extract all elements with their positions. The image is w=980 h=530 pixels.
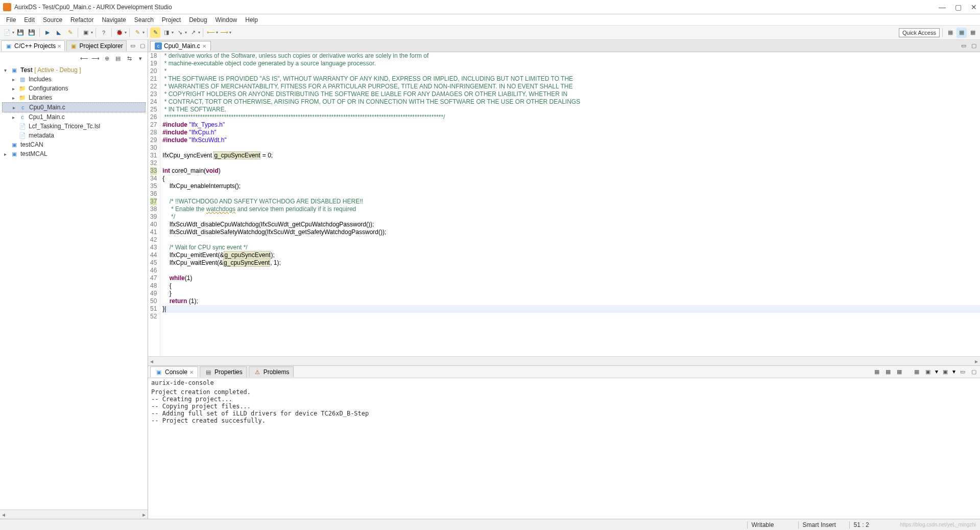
next-annotation-icon[interactable]: ↘ [175,28,185,38]
link-editor-icon[interactable]: ⇆ [125,54,133,62]
perspective-debug-icon[interactable]: ▦ [957,28,967,38]
left-hscroll[interactable]: ◂▸ [0,510,148,519]
editor-body[interactable]: 1819202122232425262728293031323334353637… [148,52,980,356]
console-body[interactable]: Project creation completed. -- Creating … [148,387,980,519]
quick-access-button[interactable]: Quick Access [899,28,940,37]
dropdown-arrow-icon[interactable]: ▾ [91,30,93,35]
perspective-other-icon[interactable]: ▦ [968,28,978,38]
dropdown-arrow-icon[interactable]: ▾ [142,30,145,35]
forward-icon[interactable]: ⟶ [219,28,229,38]
scroll-lock-icon[interactable]: ▦ [884,368,892,376]
forward-icon[interactable]: ⟶ [91,54,100,62]
menu-help[interactable]: Help [241,15,262,25]
expand-icon[interactable]: ▾ [2,67,8,73]
tree-lcf[interactable]: 📄Lcf_Tasking_Tricore_Tc.lsl [2,122,146,131]
pencil-icon[interactable]: ✎ [65,28,75,38]
tree-project-test[interactable]: ▾ ▣ Test [ Active - Debug ] [2,65,146,75]
expand-icon[interactable]: ▸ [10,77,16,82]
maximize-view-icon[interactable]: ▢ [970,368,978,376]
close-icon[interactable]: ✕ [189,370,194,375]
tree-cpu1-main[interactable]: ▸cCpu1_Main.c [2,112,146,122]
menu-window[interactable]: Window [211,15,242,25]
maximize-editor-icon[interactable]: ▢ [970,42,978,50]
new-console-icon[interactable]: ▣ [941,368,949,376]
menu-search[interactable]: Search [130,15,158,25]
tree-testmcal[interactable]: ▸▣testMCAL [2,149,146,158]
back-icon[interactable]: ⟵ [206,28,216,38]
prev-annotation-icon[interactable]: ↗ [188,28,198,38]
c-file-icon: c [18,113,27,121]
menu-project[interactable]: Project [158,15,185,25]
perspective-c-icon[interactable]: ▦ [945,28,955,38]
scroll-left-icon[interactable]: ◂ [2,511,5,518]
menu-debug[interactable]: Debug [185,15,211,25]
save-all-icon[interactable]: 💾 [27,28,37,38]
maximize-view-icon[interactable]: ▢ [138,42,147,50]
console-select-icon[interactable]: ▣ [924,368,932,376]
dropdown-arrow-icon[interactable]: ▾ [229,30,231,35]
dropdown-arrow-icon[interactable]: ▾ [952,368,955,376]
menu-file[interactable]: File [2,15,20,25]
tab-problems[interactable]: ⚠ Problems [249,366,294,377]
dropdown-arrow-icon[interactable]: ▾ [216,30,218,35]
menu-navigate[interactable]: Navigate [98,15,130,25]
tree-includes[interactable]: ▸▥Includes [2,75,146,84]
minimize-editor-icon[interactable]: ▭ [960,42,968,50]
dropdown-arrow-icon[interactable]: ▾ [12,30,14,35]
close-button[interactable]: ✕ [971,3,977,11]
collapse-icon[interactable]: ▤ [114,54,122,62]
help-icon[interactable]: ? [99,28,109,38]
close-icon[interactable]: ✕ [57,43,61,49]
build-icon[interactable]: ◣ [54,28,64,38]
display-icon[interactable]: ▦ [913,368,921,376]
new-icon[interactable]: 📄 [2,28,12,38]
dropdown-arrow-icon[interactable]: ▾ [935,368,938,376]
maximize-button[interactable]: ▢ [955,3,962,11]
c-file-icon: c [19,103,27,111]
clear-console-icon[interactable]: ▦ [873,368,881,376]
tree-libraries[interactable]: ▸📁Libraries [2,93,146,102]
tree-configurations[interactable]: ▸📁Configurations [2,84,146,93]
tree-metadata[interactable]: 📄metadata [2,131,146,140]
tab-project-explorer[interactable]: ▣ Project Explorer [66,40,126,51]
tree-testcan[interactable]: ▣testCAN [2,140,146,149]
minimize-button[interactable]: — [939,3,946,11]
dropdown-arrow-icon[interactable]: ▾ [198,30,200,35]
toggle-mark-icon[interactable]: ✎ [150,28,160,38]
tab-properties[interactable]: ▤ Properties [200,366,247,377]
menu-refactor[interactable]: Refactor [66,15,98,25]
scroll-right-icon[interactable]: ▸ [975,358,978,365]
editor-hscroll[interactable]: ◂▸ [148,356,980,365]
tree-cpu0-main[interactable]: ▸cCpu0_Main.c [2,102,146,112]
tab-c-projects[interactable]: ▣ C/C++ Projects ✕ [1,40,65,51]
code-area[interactable]: * derivative works of the Software, unle… [160,52,980,356]
minimize-view-icon[interactable]: ▭ [959,368,967,376]
wrench-icon[interactable]: ▶ [42,28,53,38]
dropdown-arrow-icon[interactable]: ▾ [125,30,127,35]
dropdown-arrow-icon[interactable]: ▾ [185,30,187,35]
folder-c-icon: ▣ [5,42,13,50]
highlight-icon[interactable]: ✎ [132,28,142,38]
expand-icon[interactable]: ▸ [10,95,16,101]
expand-icon[interactable]: ▸ [10,114,16,120]
save-icon[interactable]: 💾 [15,28,26,38]
menu-edit[interactable]: Edit [20,15,39,25]
view-menu-icon[interactable]: ▾ [136,54,145,62]
tab-console[interactable]: ▣ Console ✕ [150,366,198,377]
minimize-view-icon[interactable]: ▭ [129,42,137,50]
expand-icon[interactable]: ▸ [10,86,16,91]
scroll-right-icon[interactable]: ▸ [142,511,146,518]
editor-tab-cpu0[interactable]: c Cpu0_Main.c ✕ [150,41,211,51]
terminal-icon[interactable]: ▣ [81,28,91,38]
debug-icon[interactable]: 🐞 [114,28,125,38]
block-select-icon[interactable]: ◨ [161,28,172,38]
close-icon[interactable]: ✕ [202,43,206,49]
expand-icon[interactable]: ▸ [2,151,8,157]
back-icon[interactable]: ⟵ [80,54,88,62]
pin-console-icon[interactable]: ▦ [895,368,903,376]
expand-icon[interactable]: ▸ [11,105,17,110]
scroll-left-icon[interactable]: ◂ [150,358,153,365]
link-icon[interactable]: ⊕ [103,54,111,62]
dropdown-arrow-icon[interactable]: ▾ [172,30,174,35]
menu-source[interactable]: Source [39,15,66,25]
